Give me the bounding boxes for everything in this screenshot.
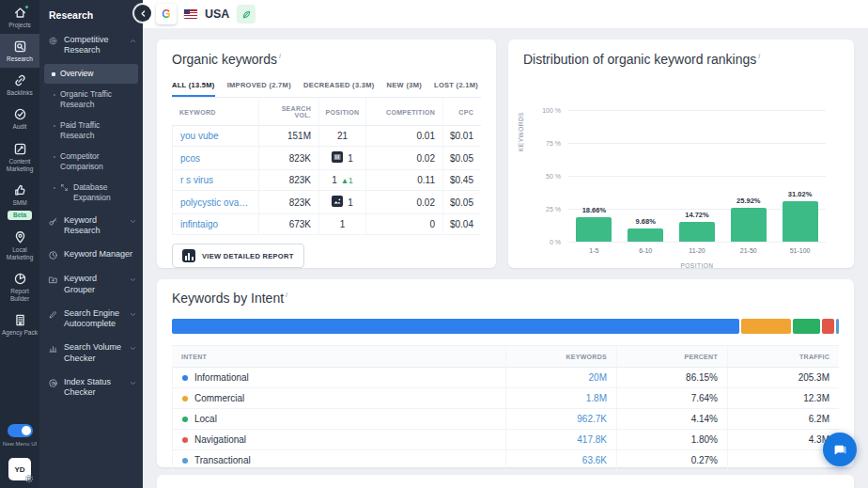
keywords-by-intent-card: Keywords by Intenti INTENTKEYWORDSPERCEN… (157, 279, 854, 467)
search-volume-cell: 673K (258, 214, 318, 235)
clock-icon (48, 250, 58, 260)
keyword-link[interactable]: you vube (180, 131, 219, 141)
sidebar-item-competitor-comparison[interactable]: Competitor Comparison (44, 147, 138, 177)
position-cell: 1 (318, 147, 365, 170)
keyword-link[interactable]: polycystic ovary syndrome (180, 197, 251, 208)
keyword-link[interactable]: r s virus (180, 175, 213, 185)
rail-item-agency-pack[interactable]: Agency Pack (0, 307, 39, 341)
intent-label-cell: Local (172, 409, 505, 430)
organic-keywords-title: Organic keywordsi (172, 52, 481, 67)
sidebar-collapse-button[interactable] (134, 5, 151, 22)
keyword-cell: polycystic ovary syndrome (172, 191, 258, 214)
y-tick-label: 75 % (546, 140, 561, 147)
x-tick-label: 11-20 (679, 247, 715, 254)
rail-item-local-marketing[interactable]: Local Marketing (0, 225, 39, 266)
rail-item-audit[interactable]: Audit (0, 102, 39, 135)
sidebar-item-index-status-checker[interactable]: Index Status Checker (39, 370, 143, 405)
keyword-cell: r s virus (172, 170, 258, 191)
bar-11-20 (679, 222, 715, 242)
column-header: INTENT (172, 345, 505, 368)
rail-item-backlinks[interactable]: Backlinks (0, 68, 39, 102)
sidebar-item-paid-traffic-research[interactable]: Paid Traffic Research (44, 116, 138, 146)
bar-value-label: 18.66% (582, 206, 606, 214)
tab-decreased[interactable]: DECREASED (3.3M) (303, 78, 375, 97)
column-header: PERCENT (616, 345, 727, 368)
cpc-cell: $0.45 (442, 170, 481, 191)
rail-item-report-builder[interactable]: Report Builder (0, 266, 39, 307)
chat-widget-button[interactable] (823, 433, 857, 466)
column-header: TRAFFIC (727, 345, 839, 368)
keyword-link[interactable]: infintaigo (180, 219, 218, 229)
link-icon (13, 73, 27, 87)
sidebar-item-label: Keyword Manager (64, 249, 137, 260)
sidebar-item-search-volume-checker[interactable]: Search Volume Checker (39, 336, 143, 370)
cpc-cell: $0.01 (442, 126, 481, 147)
search-volume-cell: 823K (258, 170, 318, 191)
building-icon (13, 313, 27, 327)
chev-down-icon (129, 217, 137, 226)
user-avatar[interactable]: YD (8, 458, 31, 480)
intent-color-dot (182, 458, 188, 464)
rail-item-content-marketing[interactable]: Content Marketing (0, 136, 39, 178)
sidebar-item-label: Search Engine Autocomplete (64, 308, 123, 330)
tab-new[interactable]: NEW (3M) (387, 78, 422, 97)
intent-label-cell: Transactional (172, 450, 505, 471)
bar-1-5 (576, 217, 612, 242)
sidebar-item-search-engine-autocomplete[interactable]: Search Engine Autocomplete (39, 302, 143, 337)
intent-color-dot (182, 396, 188, 401)
intent-keywords-link[interactable]: 63.6K (582, 455, 607, 465)
sidebar-item-keyword-grouper[interactable]: Keyword Grouper (39, 267, 143, 302)
sidebar-item-keyword-research[interactable]: Keyword Research (39, 209, 143, 244)
sidebar-item-label: Competitive Research (64, 35, 123, 56)
sidebar-subitem-label: Paid Traffic Research (60, 120, 134, 141)
bar-slot: 9.68% (628, 228, 663, 242)
intent-keywords-link[interactable]: 962.7K (577, 414, 607, 424)
bar-value-label: 25.92% (736, 197, 760, 205)
tab-all[interactable]: ALL (13.5M) (172, 78, 215, 97)
keyword-cell: you vube (172, 126, 258, 147)
sidebar-item-overview[interactable]: Overview (44, 64, 138, 84)
sidebar-title: Research (39, 0, 143, 28)
search-volume-cell: 823K (258, 147, 318, 170)
sidebar-item-keyword-manager[interactable]: Keyword Manager (39, 243, 143, 267)
keyword-link[interactable]: pcos (180, 153, 200, 164)
rankings-bar-chart: KEYWORDS 100 %75 %50 %25 %0 %18.66%9.68%… (523, 71, 839, 255)
intent-keywords-link[interactable]: 417.8K (577, 434, 607, 445)
serp-image-icon (332, 196, 348, 209)
tab-improved[interactable]: IMPROVED (2.7M) (227, 78, 291, 97)
chat-bubble-icon (831, 441, 848, 458)
tab-lost[interactable]: LOST (2.1M) (434, 78, 478, 97)
sidebar-item-competitive-research[interactable]: Competitive Research (39, 28, 143, 63)
google-search-engine-chip[interactable]: G (156, 4, 177, 24)
info-icon[interactable]: i (758, 52, 760, 60)
bar-value-label: 31.02% (788, 190, 812, 198)
position-up-change: ▲1 (341, 176, 353, 185)
sidebar-item-database-expansion[interactable]: Database Expansion (44, 178, 138, 208)
bar-21-50 (731, 208, 767, 242)
leaf-badge[interactable] (237, 5, 256, 24)
thumb-up-icon (13, 183, 27, 197)
info-icon[interactable]: i (286, 291, 287, 299)
intent-keywords-link[interactable]: 20M (589, 372, 607, 383)
rail-item-label: Agency Pack (2, 329, 38, 337)
new-menu-ui-toggle[interactable] (8, 424, 33, 437)
intent-keywords-link[interactable]: 1.8M (586, 393, 607, 403)
cpc-cell: $0.05 (442, 191, 481, 214)
rail-item-projects[interactable]: Projects (0, 0, 39, 34)
view-detailed-report-button[interactable]: VIEW DETAILED REPORT (172, 244, 304, 268)
leaf-icon (241, 9, 252, 20)
intent-keywords-cell: 962.7K (505, 409, 616, 430)
sidebar-item-organic-traffic-research[interactable]: Organic Traffic Research (44, 85, 138, 115)
bar-chart-icon (182, 249, 195, 262)
next-card-partial (157, 475, 854, 488)
info-icon[interactable]: i (279, 52, 281, 60)
keyword-cell: infintaigo (172, 214, 258, 235)
sidebar-item-label: Index Status Checker (64, 377, 123, 399)
sidebar-item-label: Keyword Grouper (64, 274, 123, 295)
toggle-knob (22, 426, 31, 435)
rail-item-smm[interactable]: SMMBeta (0, 178, 39, 225)
distribution-card: Distribution of organic keyword rankings… (508, 39, 854, 268)
sidebar-subitem-label: Overview (60, 69, 93, 79)
intent-traffic-cell: 205.3M (727, 368, 839, 388)
rail-item-research[interactable]: Research (0, 34, 39, 68)
